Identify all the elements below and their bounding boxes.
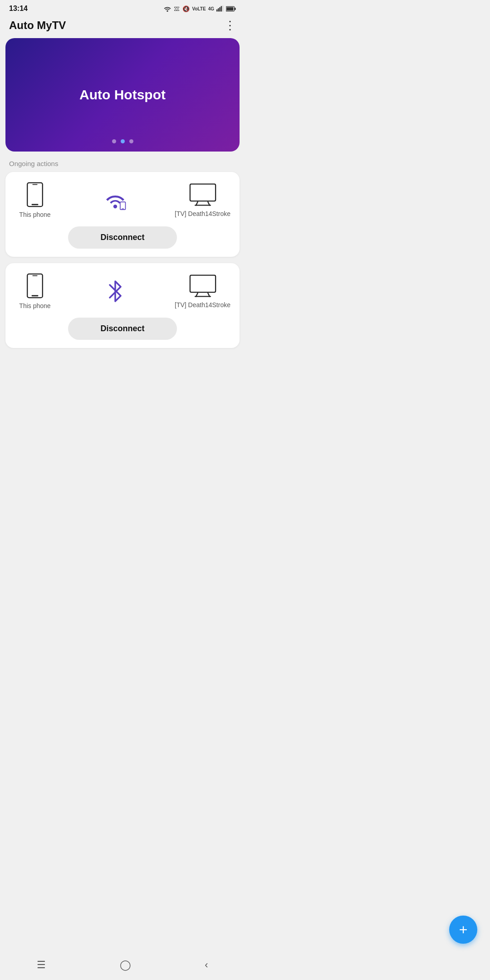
4g-status-icon: 4G (208, 6, 214, 11)
svg-rect-13 (190, 184, 215, 201)
source-device-bluetooth: This phone (15, 273, 55, 309)
svg-rect-10 (32, 184, 37, 185)
source-label-wifi: This phone (19, 211, 50, 218)
action-card-wifi: This phone [TV] Death14Stroke (5, 172, 240, 257)
device-row-wifi: This phone [TV] Death14Stroke (15, 182, 230, 218)
banner-dot-1[interactable] (112, 139, 116, 143)
svg-rect-2 (219, 7, 220, 12)
source-device-wifi: This phone (15, 182, 55, 218)
svg-rect-9 (32, 204, 39, 206)
banner-dots (112, 139, 133, 143)
svg-rect-1 (218, 8, 219, 11)
banner-dot-2[interactable] (121, 139, 125, 143)
action-card-bluetooth: This phone [TV] Death14Stroke Disconnect (5, 263, 240, 348)
banner: Auto Hotspot (5, 38, 240, 152)
banner-dot-3[interactable] (129, 139, 133, 143)
ongoing-actions-label: Ongoing actions (0, 152, 245, 172)
status-bar: 13:14 ⯴ 🔇 VoLTE 4G (0, 0, 245, 15)
source-label-bluetooth: This phone (19, 302, 50, 309)
svg-rect-4 (222, 6, 223, 12)
wifi-connection-icon (102, 189, 129, 211)
svg-rect-8 (27, 183, 43, 206)
app-bar: Auto MyTV ⋮ (0, 15, 245, 38)
connection-icon-wifi (55, 189, 175, 211)
svg-rect-17 (27, 274, 43, 298)
target-label-wifi: [TV] Death14Stroke (175, 210, 230, 217)
tv-icon-bluetooth (189, 274, 216, 298)
svg-rect-18 (32, 295, 39, 297)
battery-status-icon (226, 6, 236, 12)
bluetooth-status-icon: ⯴ (174, 5, 180, 12)
target-device-bluetooth: [TV] Death14Stroke (175, 274, 230, 309)
wifi-status-icon (163, 5, 172, 12)
menu-button[interactable]: ⋮ (224, 20, 236, 31)
target-label-bluetooth: [TV] Death14Stroke (175, 301, 230, 309)
target-device-wifi: [TV] Death14Stroke (175, 183, 230, 217)
phone-icon-wifi (25, 182, 45, 207)
device-row-bluetooth: This phone [TV] Death14Stroke (15, 273, 230, 309)
svg-rect-3 (221, 6, 222, 11)
signal-status-icon (216, 5, 224, 12)
disconnect-button-bluetooth[interactable]: Disconnect (68, 318, 177, 340)
svg-rect-20 (190, 275, 215, 293)
mute-status-icon: 🔇 (182, 5, 190, 12)
connection-icon-bluetooth (55, 279, 175, 303)
svg-rect-12 (122, 208, 124, 209)
banner-title: Auto Hotspot (79, 87, 166, 103)
svg-rect-7 (226, 7, 233, 10)
phone-icon-bluetooth (25, 273, 45, 299)
svg-rect-0 (216, 10, 217, 12)
status-time: 13:14 (9, 5, 28, 13)
tv-icon-wifi (189, 183, 216, 206)
status-icons: ⯴ 🔇 VoLTE 4G (163, 5, 236, 12)
app-title: Auto MyTV (9, 19, 66, 32)
bluetooth-connection-icon (105, 279, 125, 303)
disconnect-button-wifi[interactable]: Disconnect (68, 226, 177, 249)
svg-rect-19 (32, 275, 37, 276)
volte-status-icon: VoLTE (192, 6, 206, 11)
svg-rect-6 (235, 7, 236, 10)
